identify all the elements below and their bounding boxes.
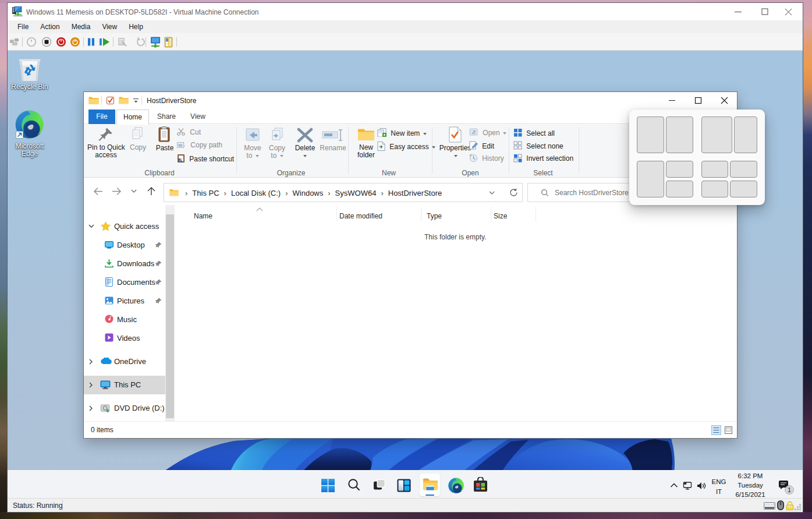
svg-text:1: 1 [788, 486, 791, 493]
svg-text:W: W [178, 143, 182, 147]
